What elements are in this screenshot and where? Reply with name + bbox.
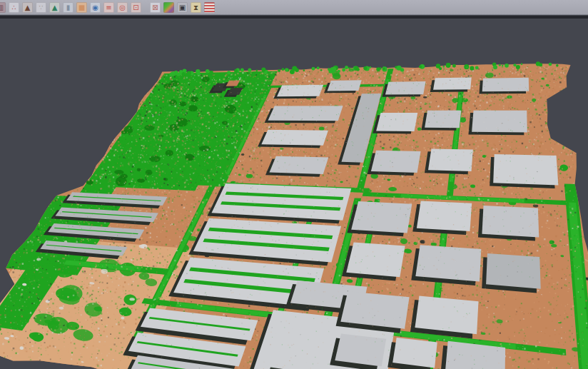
application-window: { "window": { "toolbar_bg": "#a8a9b3", "…	[0, 0, 588, 369]
red-selection-icon[interactable]: ⊡	[131, 2, 141, 13]
red-selection-icon-glyph: ⊡	[133, 1, 138, 12]
globe-icon[interactable]: ◉	[90, 2, 101, 13]
green-hill-icon[interactable]: ▲	[49, 2, 60, 13]
classify-points-icon[interactable]: ∴	[9, 2, 19, 13]
hourglass-icon[interactable]: ⧗	[191, 2, 201, 13]
ortho-image-icon-glyph: ■	[78, 1, 85, 12]
profile-block-icon[interactable]: ▮	[63, 2, 74, 13]
red-target-icon[interactable]: ◎	[117, 2, 128, 13]
cross-section-icon-glyph: ▥	[0, 1, 4, 12]
red-list-icon-glyph: ≡	[106, 1, 111, 12]
red-list-icon[interactable]: ≡	[103, 2, 114, 13]
green-hill-icon-glyph: ▲	[52, 1, 58, 12]
toolbar-icon-group: ▥∴▲∵▲▮■◉≡◎⊡⊠▣⧗	[0, 2, 216, 13]
toolbar: ▥∴▲∵▲▮■◉≡◎⊡⊠▣⧗	[0, 0, 588, 15]
globe-icon-glyph: ◉	[92, 1, 98, 12]
red-target-icon-glyph: ◎	[119, 1, 126, 12]
terrain-mound-icon-glyph: ▲	[25, 1, 31, 12]
terrain-mound-icon[interactable]: ▲	[22, 2, 33, 13]
cross-section-icon[interactable]: ▥	[0, 2, 6, 13]
section-layers-icon[interactable]	[204, 2, 215, 13]
3d-viewport-canvas[interactable]	[0, 19, 588, 369]
ortho-image-icon[interactable]: ■	[76, 2, 87, 13]
camera-icon-glyph: ▣	[179, 1, 186, 12]
classification-colors-icon[interactable]	[163, 2, 174, 13]
zoom-extent-icon[interactable]: ⊠	[150, 2, 161, 13]
sparse-points-icon-glyph: ∵	[39, 1, 43, 12]
profile-block-icon-glyph: ▮	[66, 1, 71, 12]
sparse-points-icon[interactable]: ∵	[36, 2, 46, 13]
hourglass-icon-glyph: ⧗	[193, 1, 198, 12]
zoom-extent-icon-glyph: ⊠	[152, 1, 158, 12]
camera-icon[interactable]: ▣	[177, 2, 188, 13]
classify-points-icon-glyph: ∴	[11, 1, 16, 12]
3d-viewport[interactable]	[0, 19, 588, 369]
